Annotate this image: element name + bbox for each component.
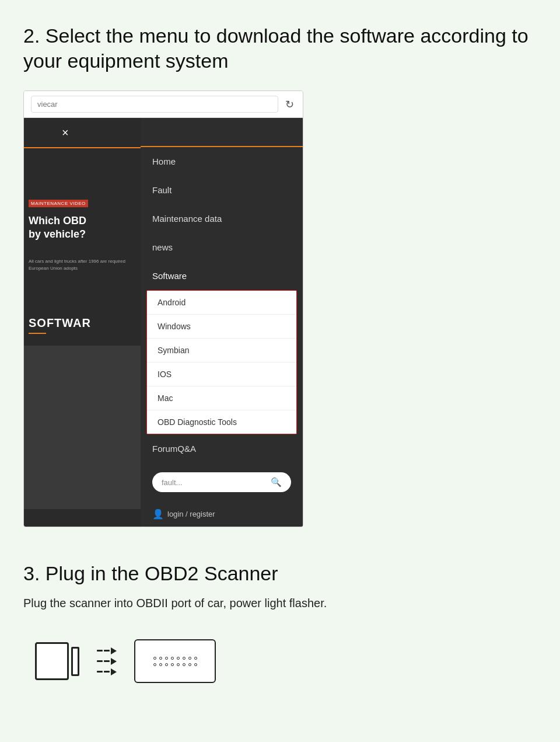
nav-close-area: × xyxy=(24,118,141,147)
arrow-line-3 xyxy=(97,668,117,675)
nav-menu-container: MAINTENANCE VIDEO Which OBD by vehicle? … xyxy=(24,118,303,527)
nav-item-news[interactable]: news xyxy=(141,233,303,262)
pin-dot xyxy=(188,657,191,660)
refresh-icon[interactable]: ↻ xyxy=(283,98,296,111)
pin-dot xyxy=(177,657,180,660)
obd-diagram xyxy=(23,639,537,683)
connection-arrow xyxy=(97,647,117,675)
pin-dot xyxy=(194,663,197,666)
pin-dot xyxy=(159,657,162,660)
page-body-text: All cars and light trucks after 1996 are… xyxy=(29,258,134,272)
nav-item-home[interactable]: Home xyxy=(141,147,303,176)
pin-dot xyxy=(183,663,186,666)
pin-dot xyxy=(165,657,168,660)
arrow-line-1 xyxy=(97,647,117,654)
dot-row-1 xyxy=(153,657,197,660)
step3-heading: 3. Plug in the OBD2 Scanner xyxy=(23,562,537,585)
arrow-dash xyxy=(104,671,110,673)
pin-dot xyxy=(194,657,197,660)
nav-items-panel: Home Fault Maintenance data news Softwar… xyxy=(141,118,303,527)
nav-top-spacer xyxy=(141,118,303,147)
dot-row-2 xyxy=(153,663,197,666)
nav-item-fault[interactable]: Fault xyxy=(141,176,303,204)
submenu-item-symbian[interactable]: Symbian xyxy=(147,339,296,363)
pin-dot xyxy=(165,663,168,666)
submenu-item-mac[interactable]: Mac xyxy=(147,386,296,410)
arrow-dash xyxy=(97,671,103,673)
arrow-line-2 xyxy=(97,658,117,665)
page-img-area xyxy=(24,346,141,509)
nav-item-forumqa[interactable]: ForumQ&A xyxy=(141,434,303,463)
submenu-item-ios[interactable]: IOS xyxy=(147,363,296,386)
pin-dot xyxy=(188,663,191,666)
search-placeholder-text: fault... xyxy=(162,478,182,487)
nav-separator xyxy=(24,147,141,148)
submenu-item-android[interactable]: Android xyxy=(147,291,296,315)
close-icon[interactable]: × xyxy=(62,126,69,140)
page-title-overlay: Which OBD by vehicle? xyxy=(29,214,86,242)
pin-dot xyxy=(159,663,162,666)
address-input[interactable] xyxy=(31,96,278,113)
device-icon xyxy=(35,642,79,680)
submenu-item-windows[interactable]: Windows xyxy=(147,315,296,339)
address-bar: ↻ xyxy=(24,91,303,118)
pin-dot xyxy=(153,657,156,660)
browser-mockup: ↻ MAINTENANCE VIDEO Which OBD by vehicle… xyxy=(23,90,303,527)
account-icon: 👤 xyxy=(152,508,164,520)
step3-description: Plug the scanner into OBDII port of car,… xyxy=(23,597,537,610)
login-register-link[interactable]: login / register xyxy=(167,510,215,518)
device-side xyxy=(71,647,79,676)
arrow-head xyxy=(111,647,117,654)
nav-search-area: fault... 🔍 xyxy=(141,463,303,501)
submenu-item-obd[interactable]: OBD Diagnostic Tools xyxy=(147,410,296,434)
pin-dot xyxy=(171,657,174,660)
arrow-dash xyxy=(104,660,110,662)
device-body xyxy=(35,642,69,680)
arrow-dash xyxy=(97,660,103,662)
pin-dot xyxy=(177,663,180,666)
arrow-head xyxy=(111,668,117,675)
arrow-dash xyxy=(104,650,110,652)
arrow-dash xyxy=(97,650,103,652)
nav-search-box[interactable]: fault... 🔍 xyxy=(152,472,291,492)
page-content-preview: MAINTENANCE VIDEO Which OBD by vehicle? … xyxy=(24,118,141,527)
maintenance-badge: MAINTENANCE VIDEO xyxy=(29,200,88,207)
software-section-label: SOFTWAR xyxy=(29,316,91,330)
nav-item-software[interactable]: Software xyxy=(141,262,303,290)
arrow-head xyxy=(111,658,117,665)
obd-port xyxy=(134,639,216,683)
software-underline xyxy=(29,333,46,334)
pin-dot xyxy=(171,663,174,666)
nav-login-area[interactable]: 👤 login / register xyxy=(141,501,303,527)
pin-dot xyxy=(153,663,156,666)
nav-item-maintenance[interactable]: Maintenance data xyxy=(141,204,303,233)
step2-heading: 2. Select the menu to download the softw… xyxy=(23,23,537,73)
pin-dot xyxy=(183,657,186,660)
software-submenu: Android Windows Symbian IOS Mac OBD Diag… xyxy=(146,290,297,434)
search-icon[interactable]: 🔍 xyxy=(271,477,282,487)
